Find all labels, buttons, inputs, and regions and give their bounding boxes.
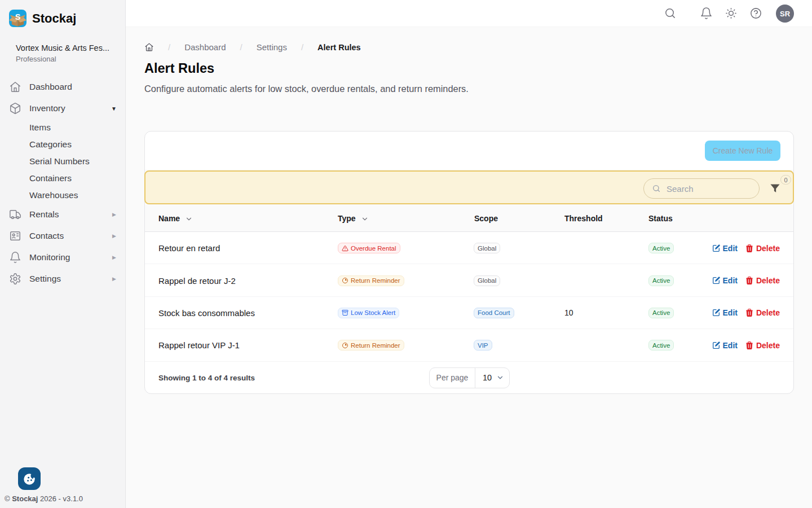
svg-text:S: S [15,12,21,21]
